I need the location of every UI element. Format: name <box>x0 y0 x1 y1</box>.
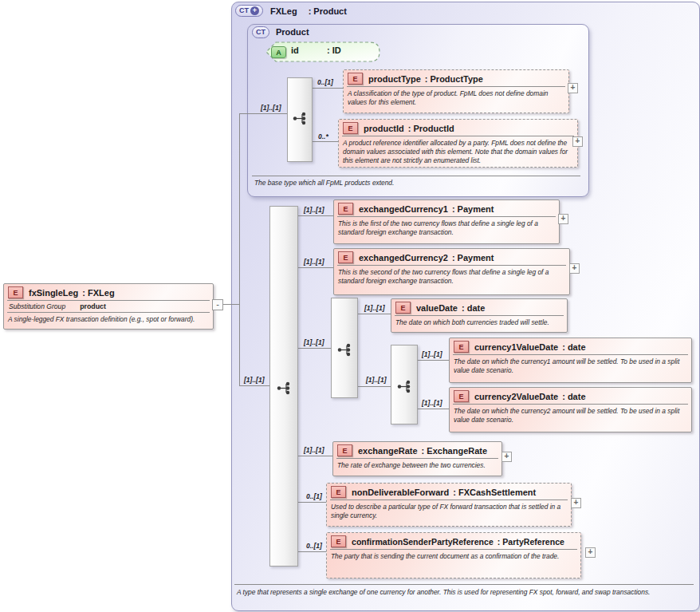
element-confirmation-sender-party-reference[interactable]: E confirmationSenderPartyReference : Par… <box>326 532 581 578</box>
substitution-group-value: product <box>80 302 106 310</box>
element-name: exchangeRate <box>358 446 418 456</box>
element-name: exchangedCurrency2 <box>359 253 448 263</box>
connector <box>222 304 239 305</box>
element-name: nonDeliverableForward <box>352 488 449 497</box>
expand-plus-icon[interactable]: + <box>585 547 596 558</box>
element-annotation: The rate of exchange between the two cur… <box>333 459 501 472</box>
element-value-date[interactable]: E valueDate : date The date on which bot… <box>391 298 568 333</box>
element-annotation: A classification of the type of product.… <box>344 87 568 109</box>
product-sequence-compositor[interactable] <box>287 77 313 162</box>
element-currency2-value-date[interactable]: E currency2ValueDate : date The date on … <box>449 387 692 432</box>
connector <box>311 88 344 89</box>
product-ct-badge[interactable]: CT <box>252 26 269 38</box>
connector <box>416 409 449 409</box>
connector <box>297 551 326 552</box>
element-exchanged-currency1[interactable]: E exchangedCurrency1 : Payment This is t… <box>333 199 560 244</box>
element-badge: E <box>8 286 23 298</box>
element-annotation: This is the first of the two currency fl… <box>334 217 559 239</box>
cardinality-label: 0..[1] <box>317 78 333 86</box>
element-type: : Payment <box>452 204 494 214</box>
cardinality-label: 0..* <box>318 132 328 140</box>
element-name: productType <box>368 74 421 84</box>
schema-diagram: CT + FXLeg: Product A type that represen… <box>0 0 700 612</box>
element-type: : Payment <box>452 253 494 263</box>
ct-badge-label: CT <box>239 6 249 15</box>
element-type: : date <box>562 342 585 352</box>
attribute-id[interactable]: A id : ID <box>265 41 381 62</box>
element-name: currency1ValueDate <box>474 342 558 352</box>
expand-plus-icon[interactable]: + <box>568 83 578 93</box>
sequence-icon <box>293 112 307 125</box>
collapse-minus-icon[interactable]: - <box>212 299 223 310</box>
connector <box>416 360 449 361</box>
cardinality-label: [1]..[1] <box>364 304 385 312</box>
element-name: productId <box>364 124 404 133</box>
cardinality-label: 0..[1] <box>306 492 322 500</box>
split-date-sequence-compositor[interactable] <box>391 345 418 424</box>
complex-type-plus-badge[interactable]: CT + <box>235 5 263 17</box>
element-badge: E <box>331 535 346 547</box>
cardinality-label: [1]..[1] <box>304 338 324 346</box>
product-annotation: The base type which all FpML products ex… <box>254 179 577 188</box>
connector <box>297 267 333 268</box>
element-fx-single-leg[interactable]: E fxSingleLeg : FXLeg Substitution Group… <box>3 283 214 330</box>
element-name: currency2ValueDate <box>474 392 558 401</box>
fxleg-annotation: A type that represents a single exchange… <box>237 588 688 597</box>
connector-trunk <box>239 113 240 386</box>
element-currency1-value-date[interactable]: E currency1ValueDate : date The date on … <box>449 338 692 383</box>
connector <box>356 386 391 387</box>
element-annotation: The date on which both currencies traded… <box>391 316 567 329</box>
connector <box>297 348 331 349</box>
cardinality-label: [1]..[1] <box>304 446 324 454</box>
element-name: exchangedCurrency1 <box>359 204 448 214</box>
element-type: : ProductId <box>408 124 454 133</box>
cardinality-label: [1]..[1] <box>261 104 281 112</box>
sequence-icon <box>397 380 411 393</box>
extension-plus-icon: + <box>250 6 259 15</box>
element-name: fxSingleLeg <box>29 288 78 298</box>
fxleg-annotation-separator <box>234 584 694 585</box>
element-non-deliverable-forward[interactable]: E nonDeliverableForward : FXCashSettleme… <box>326 483 572 527</box>
substitution-group-label: Substitution Group <box>9 302 65 310</box>
cardinality-label: [1]..[1] <box>366 376 387 384</box>
value-date-sequence-compositor[interactable] <box>331 298 358 398</box>
connector <box>297 456 332 456</box>
element-annotation: A single-legged FX transaction definitio… <box>4 313 213 326</box>
main-sequence-compositor[interactable] <box>269 206 298 567</box>
element-badge: E <box>337 444 352 456</box>
element-product-id[interactable]: E productId : ProductId A product refere… <box>338 119 578 168</box>
expand-plus-icon[interactable]: + <box>569 263 580 274</box>
element-type: : ExchangeRate <box>422 446 488 456</box>
attribute-name: id <box>291 45 299 55</box>
element-badge: E <box>331 486 346 498</box>
product-name: Product <box>276 27 309 37</box>
element-annotation: The party that is sending the current do… <box>327 550 580 563</box>
element-annotation: The date on which the currency1 amount w… <box>450 355 691 377</box>
connector <box>356 314 391 314</box>
expand-plus-icon[interactable]: + <box>558 214 568 224</box>
attribute-type: : ID <box>327 45 341 55</box>
element-type: : ProductType <box>425 74 483 84</box>
product-title: Product <box>276 27 309 37</box>
element-name: valueDate <box>416 303 458 313</box>
element-exchanged-currency2[interactable]: E exchangedCurrency2 : Payment This is t… <box>333 248 570 295</box>
product-annotation-separator <box>252 176 580 176</box>
cardinality-label: [1]..[1] <box>244 376 265 384</box>
connector <box>297 502 326 503</box>
ct-badge-label: CT <box>256 28 265 37</box>
expand-plus-icon[interactable]: + <box>501 452 512 462</box>
element-badge: E <box>454 341 469 353</box>
sequence-icon <box>277 381 291 395</box>
element-type: : FXLeg <box>82 288 114 298</box>
element-badge: E <box>338 251 353 263</box>
expand-plus-icon[interactable]: + <box>571 498 581 508</box>
attribute-badge: A <box>271 46 286 58</box>
element-annotation: This is the second of the two currency f… <box>334 266 569 287</box>
element-name: confirmationSenderPartyReference <box>352 537 494 547</box>
connector <box>311 141 339 142</box>
element-exchange-rate[interactable]: E exchangeRate : ExchangeRate The rate o… <box>332 441 502 476</box>
cardinality-label: [1]..[1] <box>422 399 442 407</box>
element-annotation: A product reference identifier allocated… <box>339 136 577 167</box>
element-product-type[interactable]: E productType : ProductType A classifica… <box>343 69 569 113</box>
expand-plus-icon[interactable]: + <box>572 136 583 147</box>
